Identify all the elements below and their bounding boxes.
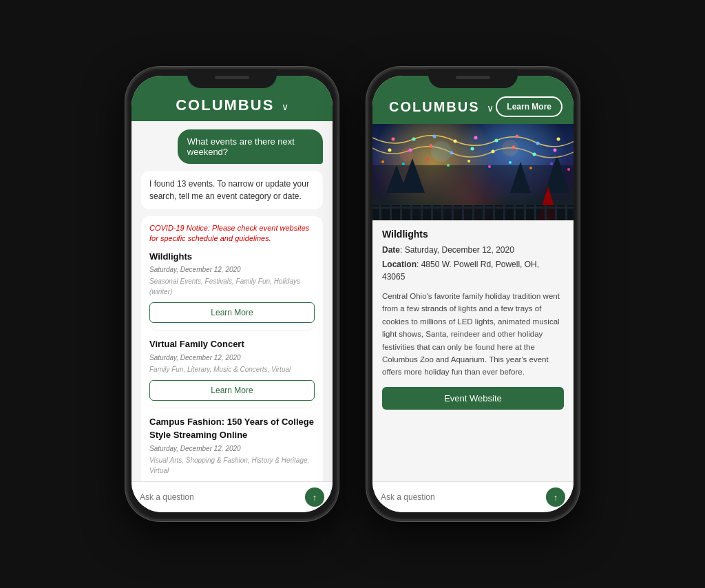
event-date-fashion: Saturday, December 12, 2020: [149, 443, 315, 454]
svg-point-49: [447, 164, 450, 167]
svg-rect-19: [483, 205, 485, 220]
svg-point-30: [433, 135, 436, 138]
svg-rect-18: [472, 205, 474, 220]
ask-bar-right: ↑: [372, 481, 574, 512]
event-image: [372, 124, 574, 220]
speaker-right: [456, 76, 490, 79]
svg-point-31: [454, 140, 457, 143]
bot-response-message: I found 13 events. To narrow or update y…: [141, 171, 323, 209]
svg-rect-13: [421, 205, 423, 220]
svg-point-45: [554, 149, 557, 152]
svg-point-37: [388, 149, 392, 152]
svg-point-28: [392, 138, 395, 141]
learn-more-wildlights[interactable]: Learn More: [149, 302, 315, 323]
svg-point-41: [471, 147, 474, 151]
svg-point-42: [492, 150, 495, 154]
svg-rect-24: [534, 205, 536, 220]
image-bg: [372, 124, 574, 220]
svg-rect-9: [379, 205, 381, 220]
lights-decoration: [372, 124, 574, 220]
detail-description: Central Ohio's favorite family holiday t…: [382, 290, 564, 379]
detail-location: Location: 4850 W. Powell Rd, Powell, OH,…: [382, 258, 564, 283]
svg-point-33: [495, 139, 498, 143]
event-categories-concert: Family Fun, Literary, Music & Concerts, …: [149, 364, 315, 375]
svg-rect-26: [555, 205, 557, 220]
ask-bar-left: ↑: [131, 481, 333, 512]
chat-area-left: What events are there next weekend? I fo…: [131, 121, 333, 481]
detail-date: Date: Saturday, December 12, 2020: [382, 244, 564, 256]
location-label: Location: [382, 260, 417, 269]
svg-rect-15: [441, 205, 443, 220]
screen-right: COLUMBUS ∨ Learn More: [372, 76, 574, 512]
svg-point-48: [426, 158, 429, 161]
app-title-right: COLUMBUS: [389, 99, 480, 114]
event-title-wildlights: Wildlights: [149, 250, 315, 264]
scene: COLUMBUS ∨ What events are there next we…: [105, 46, 600, 542]
event-card-fashion: Campus Fashion: 150 Years of College Sty…: [149, 415, 315, 481]
event-card-concert: Virtual Family Concert Saturday, Decembe…: [149, 337, 315, 408]
ask-input-right[interactable]: [381, 492, 546, 502]
svg-rect-25: [545, 205, 547, 220]
date-label: Date: [382, 245, 400, 255]
svg-rect-10: [390, 205, 392, 220]
event-date-wildlights: Saturday, December 12, 2020: [149, 264, 315, 275]
chevron-icon-right: ∨: [487, 103, 494, 114]
svg-point-55: [567, 168, 570, 171]
svg-point-36: [557, 138, 560, 141]
svg-point-46: [381, 160, 384, 163]
event-card-wildlights: Wildlights Saturday, December 12, 2020 S…: [149, 250, 315, 331]
send-button-right[interactable]: ↑: [546, 487, 565, 507]
covid-notice-message: COVID-19 Notice: Please check event webs…: [141, 216, 323, 481]
svg-rect-11: [400, 205, 402, 220]
svg-point-47: [402, 162, 405, 165]
svg-rect-17: [462, 205, 464, 220]
covid-notice-text: COVID-19 Notice: Please check event webs…: [149, 223, 315, 244]
learn-more-header-button[interactable]: Learn More: [496, 96, 562, 117]
bot-response-text: I found 13 events. To narrow or update y…: [149, 179, 309, 201]
svg-point-29: [412, 138, 416, 141]
phone-right: COLUMBUS ∨ Learn More: [366, 67, 580, 521]
svg-rect-12: [410, 205, 412, 220]
send-button-left[interactable]: ↑: [305, 487, 324, 507]
event-website-button[interactable]: Event Website: [382, 387, 564, 410]
user-message-text: What events are there next weekend?: [187, 136, 295, 157]
svg-rect-21: [503, 205, 505, 220]
svg-point-32: [474, 136, 478, 140]
screen-left: COLUMBUS ∨ What events are there next we…: [131, 76, 333, 512]
event-categories-wildlights: Seasonal Events, Festivals, Family Fun, …: [149, 276, 315, 297]
event-date-concert: Saturday, December 12, 2020: [149, 353, 315, 363]
svg-point-57: [502, 140, 518, 156]
event-title-concert: Virtual Family Concert: [149, 337, 315, 351]
svg-rect-14: [431, 205, 433, 220]
svg-rect-27: [565, 205, 567, 220]
detail-event-title: Wildlights: [382, 229, 564, 240]
svg-point-44: [533, 153, 536, 156]
svg-point-56: [431, 141, 452, 162]
svg-point-35: [536, 142, 540, 145]
learn-more-concert[interactable]: Learn More: [149, 380, 315, 401]
svg-rect-23: [524, 205, 526, 220]
detail-content: Wildlights Date: Saturday, December 12, …: [372, 220, 574, 481]
svg-point-54: [550, 162, 553, 165]
svg-point-51: [488, 165, 491, 168]
user-bubble: What events are there next weekend?: [178, 129, 323, 164]
event-title-fashion: Campus Fashion: 150 Years of College Sty…: [149, 415, 315, 442]
chevron-icon-left: ∨: [282, 101, 288, 112]
svg-point-52: [509, 161, 512, 164]
svg-point-34: [516, 135, 519, 138]
speaker-left: [215, 76, 249, 79]
app-title-left: COLUMBUS: [176, 96, 274, 114]
svg-point-53: [529, 167, 532, 169]
date-value: Saturday, December 12, 2020: [405, 245, 514, 255]
svg-rect-22: [514, 205, 516, 220]
svg-point-50: [467, 160, 470, 162]
event-categories-fashion: Visual Arts, Shopping & Fashion, History…: [149, 455, 315, 476]
phone-left: COLUMBUS ∨ What events are there next we…: [125, 67, 339, 521]
svg-point-58: [400, 148, 414, 162]
svg-rect-16: [452, 205, 454, 220]
svg-rect-20: [493, 205, 495, 220]
ask-input-left[interactable]: [140, 492, 305, 502]
